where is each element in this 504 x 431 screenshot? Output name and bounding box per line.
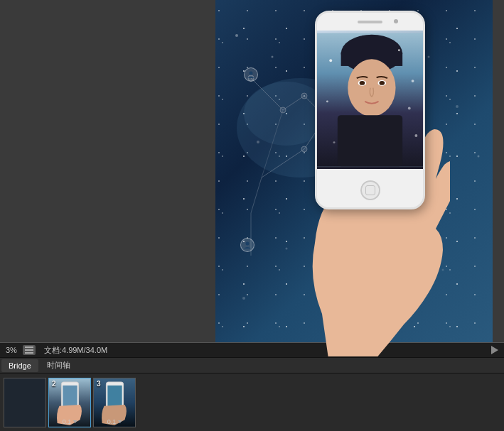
svg-point-16 (272, 56, 274, 58)
zoom-percentage: 3% (6, 346, 17, 354)
tab-timeline[interactable]: 时间轴 (40, 359, 77, 372)
svg-point-43 (329, 59, 332, 62)
phone-home-inner (365, 185, 375, 195)
film-thumb-1[interactable] (4, 378, 46, 427)
svg-rect-51 (25, 349, 33, 351)
svg-point-44 (398, 49, 400, 51)
svg-point-41 (379, 81, 385, 85)
tab-bar: Bridge 时间轴 (0, 358, 504, 373)
svg-point-48 (333, 141, 336, 143)
svg-point-31 (250, 72, 253, 75)
phone-screen-image (317, 31, 423, 169)
svg-rect-60 (107, 385, 122, 408)
canvas-area (0, 0, 504, 356)
svg-point-47 (408, 107, 411, 110)
person-node-2 (240, 238, 254, 252)
phone-bottom-bar (317, 169, 423, 209)
svg-point-15 (235, 34, 238, 37)
svg-rect-42 (338, 115, 402, 166)
thumb-number-2: 2 (52, 380, 56, 388)
svg-rect-52 (25, 352, 33, 354)
phone-top-bar (317, 13, 423, 31)
svg-rect-56 (63, 385, 77, 408)
svg-point-45 (412, 80, 414, 82)
label-dropdown-3[interactable] (117, 420, 122, 423)
play-button[interactable] (491, 346, 498, 354)
arrange-icon[interactable] (23, 345, 36, 355)
phone-camera (394, 19, 398, 23)
thumb-label-3: 0.1 (107, 418, 122, 425)
svg-point-37 (348, 59, 395, 116)
svg-point-32 (246, 242, 250, 246)
svg-line-7 (251, 178, 262, 213)
svg-point-24 (428, 56, 430, 58)
svg-point-49 (414, 134, 417, 137)
thumb-number-3: 3 (97, 380, 101, 388)
svg-point-46 (326, 100, 328, 102)
tab-bridge[interactable]: Bridge (1, 359, 38, 372)
svg-point-26 (478, 156, 480, 158)
thumb-label-2: 0.1 (63, 418, 77, 425)
film-thumb-3[interactable]: 3 0.1 (93, 378, 136, 427)
phone-speaker (358, 21, 382, 23)
phone-screen (317, 31, 423, 169)
svg-point-19 (257, 141, 259, 143)
person-node-1 (244, 67, 258, 82)
composite-image (215, 0, 493, 356)
film-thumb-2[interactable]: 2 0.1 (48, 378, 91, 427)
svg-point-29 (242, 297, 245, 300)
document-size: 文档:4.99M/34.0M (44, 345, 107, 356)
filmstrip: 2 0.1 3 (0, 373, 504, 431)
svg-rect-50 (25, 347, 33, 348)
svg-point-25 (456, 105, 459, 108)
main-image (215, 0, 493, 356)
label-dropdown-2[interactable] (73, 420, 77, 423)
phone-home-button (360, 180, 380, 200)
svg-point-39 (360, 81, 365, 85)
phone-device (315, 11, 425, 209)
